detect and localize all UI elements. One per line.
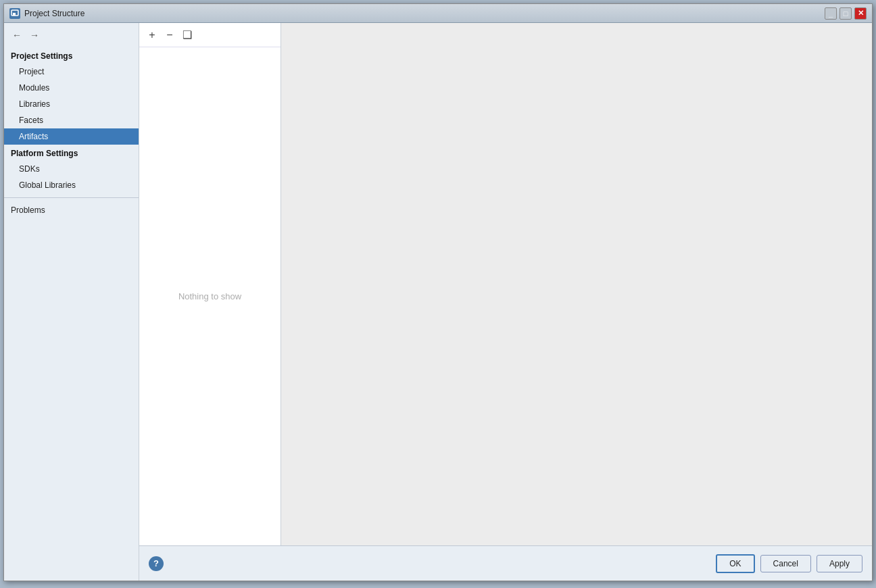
minimize-button[interactable]: _	[825, 7, 837, 20]
main-panel: + − ❑ Nothing to show ?	[139, 23, 872, 581]
window-icon	[9, 8, 20, 19]
back-button[interactable]: ←	[9, 28, 24, 43]
sidebar-item-modules[interactable]: Modules	[4, 80, 139, 96]
sidebar: ← → Project Settings Project Modules Lib…	[4, 23, 139, 581]
bottom-right: OK Cancel Apply	[716, 554, 862, 573]
platform-settings-label: Platform Settings	[4, 145, 139, 161]
sidebar-item-artifacts[interactable]: Artifacts	[4, 128, 139, 145]
list-empty-state: Nothing to show	[139, 47, 281, 545]
sidebar-item-project[interactable]: Project	[4, 64, 139, 80]
window-title: Project Structure	[24, 9, 825, 18]
bottom-bar: ? OK Cancel Apply	[139, 545, 872, 581]
svg-rect-1	[13, 13, 16, 16]
nothing-to-show-label: Nothing to show	[178, 291, 241, 301]
main-columns: + − ❑ Nothing to show	[139, 23, 872, 545]
ok-button[interactable]: OK	[716, 554, 754, 573]
list-area: + − ❑ Nothing to show	[139, 23, 281, 545]
forward-button[interactable]: →	[27, 28, 42, 43]
help-button[interactable]: ?	[149, 556, 164, 571]
sidebar-item-problems[interactable]: Problems	[4, 202, 139, 218]
sidebar-item-libraries[interactable]: Libraries	[4, 96, 139, 112]
sidebar-item-global-libraries[interactable]: Global Libraries	[4, 177, 139, 193]
bottom-left: ?	[149, 556, 164, 571]
close-button[interactable]: ✕	[854, 7, 867, 20]
sidebar-item-facets[interactable]: Facets	[4, 112, 139, 128]
maximize-button[interactable]: □	[840, 7, 852, 20]
nav-controls: ← →	[4, 23, 139, 47]
window-controls: _ □ ✕	[825, 7, 867, 20]
apply-button[interactable]: Apply	[817, 555, 862, 572]
list-toolbar: + − ❑	[139, 23, 281, 47]
titlebar: Project Structure _ □ ✕	[4, 4, 872, 23]
sidebar-item-sdks[interactable]: SDKs	[4, 161, 139, 177]
detail-area	[281, 23, 872, 545]
project-structure-window: Project Structure _ □ ✕ ← → Project Sett…	[3, 3, 873, 581]
project-settings-label: Project Settings	[4, 47, 139, 64]
sidebar-divider	[4, 197, 139, 198]
add-button[interactable]: +	[145, 28, 160, 43]
cancel-button[interactable]: Cancel	[760, 555, 811, 572]
content-area: ← → Project Settings Project Modules Lib…	[4, 23, 872, 581]
remove-button[interactable]: −	[162, 28, 177, 43]
copy-button[interactable]: ❑	[180, 28, 195, 43]
